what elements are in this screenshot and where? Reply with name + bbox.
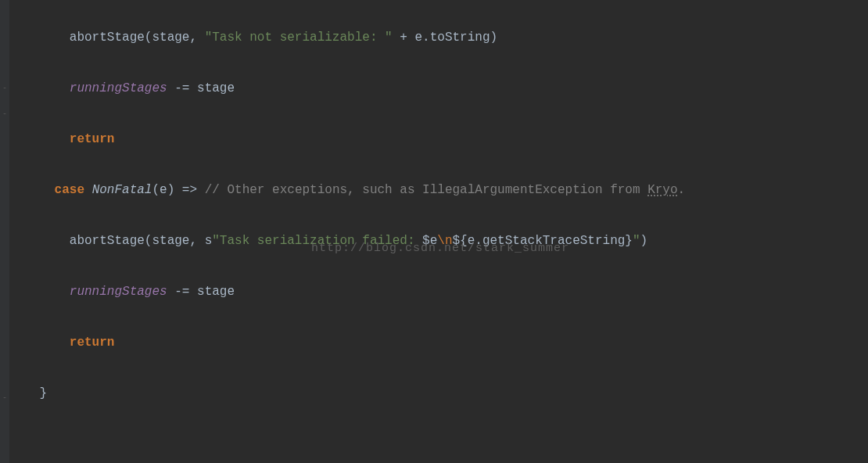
code-line: abortStage(stage, s"Task serialization f… — [9, 228, 868, 254]
code-line: case NonFatal(e) => // Other exceptions,… — [9, 178, 868, 203]
fold-marker[interactable]: - — [0, 110, 9, 118]
code-editor[interactable]: abortStage(stage, "Task not serializable… — [9, 0, 868, 463]
code-line: } — [9, 381, 868, 407]
code-line: return — [9, 330, 868, 356]
code-line: abortStage(stage, "Task not serializable… — [9, 25, 868, 51]
code-line: return — [9, 127, 868, 153]
code-line: runningStages -= stage — [9, 76, 868, 102]
fold-marker[interactable]: - — [0, 394, 9, 402]
code-line — [9, 432, 868, 458]
fold-marker[interactable]: - — [0, 84, 9, 92]
gutter: - - - — [0, 0, 9, 463]
code-line: runningStages -= stage — [9, 279, 868, 305]
